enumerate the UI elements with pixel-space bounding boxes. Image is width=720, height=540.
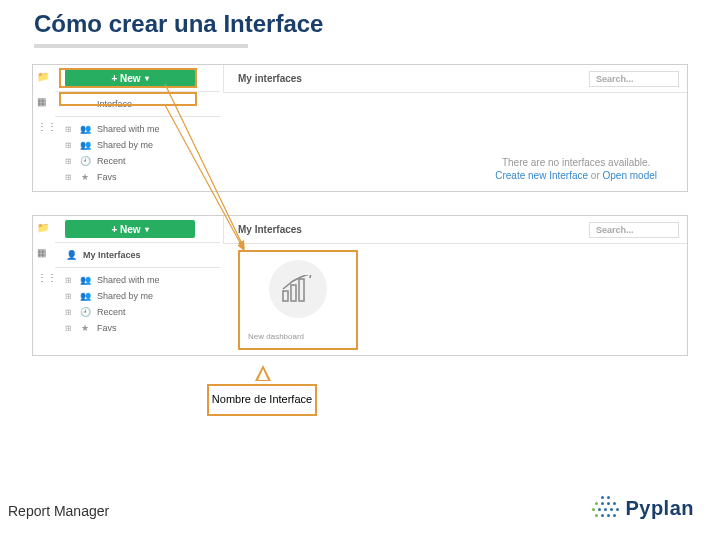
dashboard-thumbnail[interactable]: New dashboard	[238, 250, 358, 350]
sidebar-item-label: Recent	[97, 307, 126, 317]
diagram-icon: ▦	[37, 96, 57, 107]
logo-text: Pyplan	[625, 497, 694, 520]
folder-icon: 📁	[37, 71, 57, 82]
vertical-icon-strip: 📁 ▦ ⋮⋮	[37, 71, 57, 132]
dots-icon: ⋮⋮	[37, 272, 57, 283]
clock-icon: 🕘	[79, 307, 91, 317]
divider	[55, 267, 220, 268]
expand-icon: ⊞	[65, 141, 73, 150]
interface-label: Interface	[97, 99, 132, 109]
empty-state-links: Create new Interface or Open model	[495, 170, 657, 181]
new-button-label: + New	[111, 224, 140, 235]
sidebar-item-label: Recent	[97, 156, 126, 166]
expand-icon: ⊞	[65, 125, 73, 134]
or-text: or	[588, 170, 602, 181]
folder-icon: 📁	[37, 222, 57, 233]
screenshot-panel-1: 📁 ▦ ⋮⋮ + New ▾ Interface ⊞ 👥 Shared with…	[32, 64, 688, 192]
callout-arrow-icon	[255, 365, 271, 381]
thumb-circle	[269, 260, 327, 318]
sidebar-item-label: Shared with me	[97, 124, 160, 134]
open-model-link[interactable]: Open model	[603, 170, 657, 181]
footer-left-text: Report Manager	[8, 503, 109, 519]
header-title: My Interfaces	[238, 224, 302, 235]
star-icon: ★	[79, 323, 91, 333]
empty-state: There are no interfaces available. Creat…	[495, 157, 657, 181]
sidebar-item-label: Shared by me	[97, 140, 153, 150]
new-button[interactable]: + New ▾	[65, 220, 195, 238]
search-input[interactable]: Search...	[589, 222, 679, 238]
sidebar-item-shared-by[interactable]: ⊞ 👥 Shared by me	[55, 137, 220, 153]
vertical-icon-strip: 📁 ▦ ⋮⋮	[37, 222, 57, 283]
sidebar-item-shared-by[interactable]: ⊞ 👥 Shared by me	[55, 288, 220, 304]
sidebar-item-shared-with[interactable]: ⊞ 👥 Shared with me	[55, 272, 220, 288]
divider	[55, 91, 220, 92]
sidebar-item-label: Favs	[97, 172, 117, 182]
expand-icon: ⊞	[65, 173, 73, 182]
dots-icon: ⋮⋮	[37, 121, 57, 132]
sidebar-item-favs[interactable]: ⊞ ★ Favs	[55, 169, 220, 185]
page-title: Cómo crear una Interface	[34, 10, 323, 38]
sidebar-column: + New ▾ 👤 My Interfaces ⊞ 👥 Shared with …	[55, 220, 220, 336]
expand-icon: ⊞	[65, 324, 73, 333]
expand-icon: ⊞	[65, 308, 73, 317]
person-icon: 👤	[65, 250, 77, 260]
chart-icon	[281, 275, 315, 303]
people-icon: 👥	[79, 140, 91, 150]
diagram-icon: ▦	[37, 247, 57, 258]
interface-row[interactable]: Interface	[55, 96, 220, 112]
new-button-label: + New	[111, 73, 140, 84]
people-icon: 👥	[79, 291, 91, 301]
my-interfaces-row[interactable]: 👤 My Interfaces	[55, 247, 220, 263]
divider	[55, 242, 220, 243]
content-header: My Interfaces Search...	[223, 216, 687, 244]
empty-state-text: There are no interfaces available.	[495, 157, 657, 168]
divider	[55, 116, 220, 117]
sidebar-item-label: Shared by me	[97, 291, 153, 301]
expand-icon: ⊞	[65, 292, 73, 301]
people-icon: 👥	[79, 124, 91, 134]
svg-rect-2	[299, 279, 304, 301]
clock-icon: 🕘	[79, 156, 91, 166]
search-input[interactable]: Search...	[589, 71, 679, 87]
sidebar-column: + New ▾ Interface ⊞ 👥 Shared with me ⊞ 👥…	[55, 69, 220, 185]
sidebar-item-shared-with[interactable]: ⊞ 👥 Shared with me	[55, 121, 220, 137]
title-underline	[34, 44, 248, 48]
callout-label: Nombre de Interface	[207, 384, 317, 416]
sidebar-item-favs[interactable]: ⊞ ★ Favs	[55, 320, 220, 336]
my-interfaces-label: My Interfaces	[83, 250, 141, 260]
chevron-down-icon: ▾	[145, 225, 149, 234]
chevron-down-icon: ▾	[145, 74, 149, 83]
people-icon: 👥	[79, 275, 91, 285]
sidebar-item-recent[interactable]: ⊞ 🕘 Recent	[55, 153, 220, 169]
svg-rect-1	[291, 285, 296, 301]
screenshot-panel-2: 📁 ▦ ⋮⋮ + New ▾ 👤 My Interfaces ⊞ 👥 Share…	[32, 215, 688, 356]
footer-logo: Pyplan	[591, 494, 694, 522]
new-button[interactable]: + New ▾	[65, 69, 195, 87]
content-header: My interfaces Search...	[223, 65, 687, 93]
thumb-label: New dashboard	[248, 332, 304, 341]
header-title: My interfaces	[238, 73, 302, 84]
sidebar-item-label: Shared with me	[97, 275, 160, 285]
create-interface-link[interactable]: Create new Interface	[495, 170, 588, 181]
svg-rect-0	[283, 291, 288, 301]
star-icon: ★	[79, 172, 91, 182]
logo-dots-icon	[591, 494, 619, 522]
sidebar-item-recent[interactable]: ⊞ 🕘 Recent	[55, 304, 220, 320]
expand-icon: ⊞	[65, 157, 73, 166]
expand-icon: ⊞	[65, 276, 73, 285]
sidebar-item-label: Favs	[97, 323, 117, 333]
